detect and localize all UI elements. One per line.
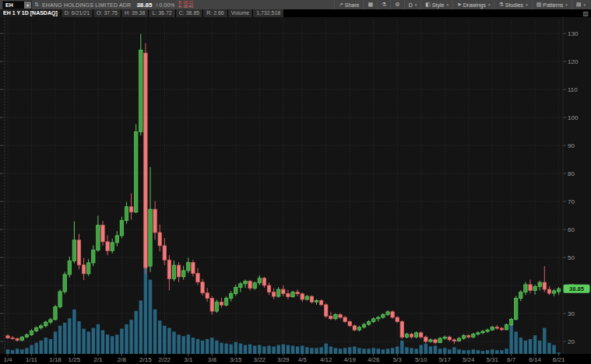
volume-bar <box>296 346 299 354</box>
svg-text:3/8: 3/8 <box>208 356 217 363</box>
volume-bar <box>253 346 256 354</box>
candle <box>120 220 123 235</box>
symbol-dropdown-button[interactable]: ▾ <box>24 2 31 9</box>
toolbar-button-label: Drawings <box>463 2 486 8</box>
volume-bar <box>54 331 57 354</box>
patterns-button[interactable]: ▨Patterns▾ <box>532 0 572 9</box>
d-button[interactable]: D▾ <box>404 0 421 9</box>
candle <box>391 312 394 317</box>
volume-bar <box>206 339 209 354</box>
drawings-button[interactable]: ➤Drawings▾ <box>452 0 494 9</box>
candle <box>20 337 23 340</box>
candle <box>201 282 204 293</box>
svg-text:2/1: 2/1 <box>93 356 103 363</box>
candle <box>400 321 403 337</box>
layout-icon[interactable]: ▦ <box>363 0 377 9</box>
volume-bar <box>111 336 114 354</box>
candle <box>524 285 527 292</box>
candle <box>410 334 413 338</box>
candle <box>82 265 85 274</box>
candle <box>277 289 280 296</box>
candle <box>396 317 399 321</box>
toolbar-button-label: Patterns <box>543 2 563 8</box>
volume-bar <box>182 336 185 354</box>
candle <box>111 243 114 250</box>
volume-bar <box>357 348 361 354</box>
candle <box>500 328 503 330</box>
candle <box>72 240 76 261</box>
candle <box>438 338 441 342</box>
price-chart[interactable]: 20304050607080901001101201301/41/111/181… <box>0 17 591 364</box>
svg-text:120: 120 <box>568 58 579 65</box>
volume-bar <box>120 329 123 354</box>
style-button[interactable]: ◧Style▾ <box>420 0 452 9</box>
volume-bar <box>230 345 233 354</box>
volume-bar <box>424 344 427 354</box>
candle <box>30 331 33 334</box>
volume-bar <box>377 348 380 354</box>
volume-bar <box>248 345 252 354</box>
studies-button[interactable]: ⚗Studies▾ <box>494 0 531 9</box>
ohlc-field: L: 36.72 <box>149 9 174 17</box>
candle <box>315 300 318 302</box>
svg-text:5/10: 5/10 <box>415 356 427 363</box>
flask-icon: ⚗ <box>382 2 386 8</box>
volume-bar <box>44 338 47 354</box>
volume-bar <box>192 338 195 354</box>
volume-bar <box>533 335 536 354</box>
candle <box>329 317 332 319</box>
candle <box>334 314 337 318</box>
chart-panel-icon[interactable]: ▨ <box>582 10 589 17</box>
volume-bar <box>163 326 166 354</box>
candle <box>457 338 460 341</box>
candle <box>97 226 100 250</box>
volume-bar <box>149 280 152 354</box>
volume-bar <box>386 348 389 354</box>
candle <box>357 327 361 331</box>
volume-bar <box>382 349 385 354</box>
candle <box>6 336 9 338</box>
volume-bar <box>353 346 356 354</box>
volume-bar <box>215 341 218 354</box>
volume-bar <box>362 348 365 354</box>
candle <box>92 250 95 263</box>
svg-text:3/15: 3/15 <box>230 356 242 363</box>
candle <box>125 207 128 221</box>
svg-text:60: 60 <box>568 226 575 233</box>
ohlc-field: R: 2.66 <box>203 9 227 17</box>
candle <box>386 312 389 315</box>
volume-bar <box>82 329 85 354</box>
trash-icon[interactable]: ▤▾ <box>572 0 589 9</box>
volume-bar <box>272 346 275 354</box>
volume-bar <box>452 347 456 354</box>
volume-bar <box>509 324 512 354</box>
volume-bar <box>339 348 342 354</box>
volume-bar <box>291 346 294 354</box>
share-button[interactable]: ↗Share <box>334 0 364 9</box>
ohlc-field: C: 38.85 <box>176 9 202 17</box>
candle <box>552 291 555 293</box>
symbol-input[interactable]: EH ▾ <box>2 1 32 9</box>
chart-status-bar: EH 1 Y 1D [NASDAQ] D: 6/21/21O: 37.75H: … <box>0 9 591 17</box>
layout-icon: ▦ <box>368 2 373 8</box>
candle <box>325 305 328 317</box>
volume-bar <box>277 345 280 354</box>
candle <box>196 274 199 282</box>
svg-text:50: 50 <box>568 254 575 261</box>
candle <box>139 50 142 131</box>
candle <box>63 275 66 292</box>
candle <box>68 261 71 275</box>
flask-icon[interactable]: ⚗ <box>377 0 390 9</box>
gear-icon[interactable]: ⚙ <box>390 0 403 9</box>
volume-bar <box>58 326 62 354</box>
candle <box>339 314 342 317</box>
volume-bar <box>457 349 460 354</box>
svg-text:5/31: 5/31 <box>486 356 498 363</box>
candle <box>362 324 365 327</box>
candle <box>172 265 175 278</box>
candle <box>348 321 351 325</box>
symbol-link-icon[interactable]: ⇅ <box>34 2 39 8</box>
volume-bar <box>448 349 451 354</box>
candle <box>58 292 62 306</box>
volume-bar <box>429 346 432 354</box>
